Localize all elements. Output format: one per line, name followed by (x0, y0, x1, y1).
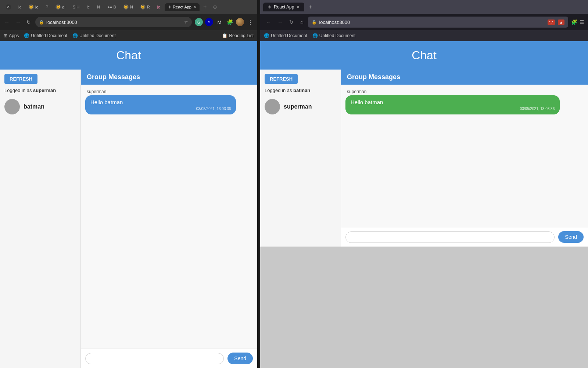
right-shield-icon: 🛡 (548, 20, 555, 25)
left-page-content: Chat REFRESH Logged in as superman batma… (0, 41, 257, 368)
right-refresh-btn[interactable]: REFRESH (265, 74, 298, 84)
right-contact-superman[interactable]: superman (265, 97, 336, 117)
left-address-bar: ← → ↻ 🔒 localhost:3000 ☆ G M M 🧩 ⋮ (0, 14, 257, 30)
right-messages-header: Group Messages (341, 70, 588, 85)
extension-label: ⊕ (213, 4, 217, 10)
new-tab-btn-left[interactable]: + (201, 3, 209, 11)
reading-list-icon: 📋 (222, 33, 227, 38)
left-messages-list: superman Hello batman 03/05/2021, 13:03:… (81, 85, 257, 348)
tab-prowler[interactable]: P (43, 3, 51, 11)
bookmark-icon-1: 🌐 (24, 33, 29, 38)
tab-label: lc (87, 5, 90, 9)
right-back-btn[interactable]: ← (264, 18, 273, 26)
tab-label: gi (62, 5, 65, 9)
left-bookmarks-bar: ⊞ Apps 🌐 Untitled Document 🌐 Untitled Do… (0, 30, 257, 41)
extension-icon[interactable]: ⊕ (210, 3, 220, 11)
bookmark-untitled-1[interactable]: 🌐 Untitled Document (24, 33, 67, 38)
tab-close-left[interactable]: ✕ (194, 5, 197, 9)
tab-je[interactable]: je (154, 3, 164, 11)
bookmark-apps[interactable]: ⊞ Apps (4, 33, 19, 38)
right-url-bar[interactable]: 🔒 localhost:3000 🛡 ▲ (308, 17, 568, 28)
tab-label: P (46, 5, 48, 9)
reload-btn-left[interactable]: ↻ (25, 18, 32, 26)
left-refresh-btn[interactable]: REFRESH (4, 74, 37, 84)
ms-icon-left[interactable]: M (205, 18, 213, 26)
tab-sheets[interactable]: S H (70, 3, 82, 11)
url-bar-left[interactable]: 🔒 localhost:3000 ☆ (35, 17, 192, 27)
right-lock-icon: 🔒 (312, 20, 317, 25)
forward-btn-left[interactable]: → (14, 18, 22, 26)
left-message-time-0: 03/05/2021, 13:03:36 (90, 107, 231, 111)
right-chat-header: Chat (260, 41, 588, 70)
right-tab-close[interactable]: ✕ (296, 4, 300, 10)
tab-io[interactable]: lc (84, 3, 93, 11)
tab-label: je (157, 5, 161, 9)
tab-github-4[interactable]: 🐱 gi (53, 3, 68, 11)
apps-grid-icon: ⊞ (4, 33, 7, 38)
puzzle-icon-left[interactable]: 🧩 (226, 18, 234, 26)
right-tab-react[interactable]: ⚛ React App ✕ (263, 3, 304, 11)
left-sidebar: REFRESH Logged in as superman batman (0, 70, 81, 368)
tab-label: jc (18, 5, 21, 9)
star-icon-left: ☆ (184, 20, 188, 25)
right-message-input[interactable] (345, 231, 555, 243)
right-sidebar: REFRESH Logged in as batman superman (260, 70, 341, 247)
logged-in-label-left: Logged in as (4, 88, 33, 93)
right-bookmark-2[interactable]: 🌐 Untitled Document (312, 33, 356, 38)
reading-list-left[interactable]: 📋 Reading List (222, 33, 254, 38)
bookmark-icon-2: 🌐 (72, 33, 78, 38)
right-bottom-area (260, 247, 588, 368)
right-puzzle-icon[interactable]: 🧩 (571, 19, 577, 25)
left-message-input[interactable] (85, 353, 224, 364)
bookmark-label-1: Untitled Document (31, 33, 67, 38)
tab-react-app[interactable]: ⚛ React App ✕ (165, 3, 200, 11)
left-messages-panel: Group Messages superman Hello batman 03/… (81, 70, 257, 368)
tab-n[interactable]: N (94, 3, 103, 11)
right-reload-btn[interactable]: ↻ (287, 18, 295, 26)
right-message-sender-0: superman (345, 89, 584, 94)
right-menu-icon[interactable]: ☰ (580, 19, 584, 25)
right-tab-title: React App (274, 4, 294, 10)
left-message-text-0: Hello batman (90, 99, 231, 105)
m-icon-left[interactable]: M (215, 18, 223, 26)
right-bm-label-2: Untitled Document (319, 33, 356, 38)
tab-b[interactable]: ●● B (104, 3, 119, 11)
avatar-icon-left[interactable] (236, 18, 244, 26)
profile-icon-left[interactable]: G (195, 18, 203, 26)
right-messages-panel: Group Messages superman Hello batman 03/… (341, 70, 588, 247)
left-chat-header: Chat (0, 41, 257, 70)
tab-label: jc (35, 5, 38, 9)
logged-in-label-right: Logged in as (265, 88, 293, 93)
tab-github-2[interactable]: jc (15, 3, 24, 11)
tab-github-1[interactable]: ✕ (3, 3, 14, 11)
right-input-area: Send (341, 227, 588, 247)
tab-favicon-left: ⚛ (168, 5, 171, 10)
left-messages-header: Group Messages (81, 70, 257, 85)
left-send-btn[interactable]: Send (227, 353, 253, 364)
tab-label: N (97, 5, 100, 9)
left-tab-bar: ✕ jc 🐱 jc P 🐱 gi S H lc N ●● B 🐱 N (0, 0, 257, 14)
right-logged-in: Logged in as batman (265, 88, 336, 93)
right-alert-icon: ▲ (558, 20, 564, 25)
tab-icon: 🐱 (140, 4, 146, 10)
right-new-tab-btn[interactable]: + (306, 3, 315, 11)
lock-icon-left: 🔒 (39, 20, 44, 25)
bookmark-untitled-2[interactable]: 🌐 Untitled Document (72, 33, 116, 38)
right-send-btn[interactable]: Send (558, 231, 584, 243)
menu-icon-left[interactable]: ⋮ (246, 18, 254, 26)
right-bookmark-1[interactable]: 🌐 Untitled Document (264, 33, 307, 38)
left-input-area: Send (81, 348, 257, 368)
tab-github-r[interactable]: 🐱 R (137, 3, 153, 11)
left-avatar-batman (4, 99, 20, 114)
tab-icon-github1: ✕ (6, 4, 11, 10)
left-contact-batman[interactable]: batman (4, 97, 76, 117)
tab-label: R (147, 5, 150, 9)
right-home-btn[interactable]: ⌂ (298, 18, 305, 26)
right-forward-btn[interactable]: → (276, 18, 284, 26)
back-btn-left[interactable]: ← (3, 18, 11, 26)
tab-github-3[interactable]: 🐱 jc (26, 3, 41, 11)
right-tab-favicon: ⚛ (268, 4, 272, 10)
right-bm-icon-2: 🌐 (312, 33, 318, 38)
tab-github-n[interactable]: 🐱 N (121, 3, 136, 11)
apps-label: Apps (9, 33, 19, 38)
